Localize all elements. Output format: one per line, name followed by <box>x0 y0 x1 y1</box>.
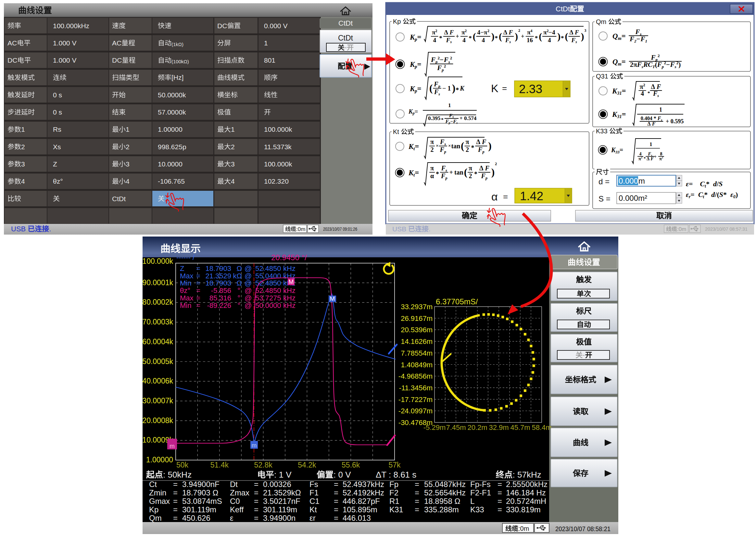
svg-text:1: 1 <box>126 125 129 133</box>
svg-text:π: π <box>430 164 434 172</box>
svg-text:100.000k: 100.000k <box>264 160 292 168</box>
svg-text:=: = <box>620 146 623 153</box>
svg-text:(: ( <box>499 31 502 42</box>
svg-text:Ct: Ct <box>149 480 157 488</box>
svg-text:2.33: 2.33 <box>519 83 542 96</box>
svg-text:K: K <box>408 143 414 151</box>
svg-text:21.3529: 21.3529 <box>205 272 231 280</box>
svg-text:11.5373k: 11.5373k <box>264 143 292 151</box>
svg-text:F: F <box>651 53 656 61</box>
svg-text:33.2937m: 33.2937m <box>401 303 433 311</box>
svg-text:USB: USB <box>392 225 406 233</box>
svg-text:p: p <box>482 150 484 154</box>
svg-text:*: * <box>495 35 498 42</box>
svg-text:F: F <box>445 119 449 124</box>
svg-text:−: − <box>636 35 640 43</box>
svg-text:58.4m: 58.4m <box>532 423 552 431</box>
svg-text:18.7903: 18.7903 <box>205 264 231 273</box>
svg-text:s: s <box>456 121 458 124</box>
svg-text:100.000k: 100.000k <box>142 257 173 265</box>
svg-text:801: 801 <box>264 56 275 64</box>
svg-text:s: s <box>575 40 577 44</box>
svg-text:20.2m: 20.2m <box>467 423 487 431</box>
svg-text:Fs: Fs <box>309 480 318 488</box>
svg-text:F: F <box>439 146 444 153</box>
svg-text:tan: tan <box>451 143 460 150</box>
svg-text:52.4850: 52.4850 <box>255 279 281 287</box>
svg-text:4: 4 <box>21 178 25 185</box>
svg-text:50.0000k: 50.0000k <box>158 91 186 99</box>
svg-text:Zmin: Zmin <box>149 488 166 497</box>
svg-text:=: = <box>173 514 178 522</box>
svg-text:55.0487kHz: 55.0487kHz <box>424 480 466 488</box>
svg-text:kHz: kHz <box>283 264 296 273</box>
svg-text:100.000k: 100.000k <box>264 125 292 133</box>
svg-text:=: = <box>196 301 200 310</box>
svg-text:=: = <box>415 169 419 177</box>
svg-text:F: F <box>449 113 452 118</box>
svg-text:3.94900nF: 3.94900nF <box>182 480 220 488</box>
svg-text:0.000: 0.000 <box>619 177 638 185</box>
svg-text:: 1 V: : 1 V <box>274 470 292 480</box>
svg-text:ε: ε <box>230 514 234 522</box>
svg-text:Q: Q <box>612 32 618 40</box>
svg-text:=: = <box>415 505 419 514</box>
svg-text:K: K <box>410 85 415 93</box>
svg-text:Qm: Qm <box>596 18 606 25</box>
svg-text:2: 2 <box>662 156 663 159</box>
svg-text:F: F <box>441 172 446 180</box>
svg-text:F: F <box>657 116 661 121</box>
svg-text:Xs: Xs <box>53 143 61 151</box>
svg-text:2: 2 <box>444 64 446 68</box>
svg-text:Δ: Δ <box>444 29 448 36</box>
svg-text:°: ° <box>237 301 240 310</box>
svg-text:): ) <box>678 61 681 68</box>
svg-text:52.5654kHz: 52.5654kHz <box>424 488 466 497</box>
svg-text:− 1: − 1 <box>442 85 451 92</box>
svg-text:2: 2 <box>231 143 235 151</box>
svg-text:=: = <box>196 294 200 302</box>
svg-text:20.5724mH: 20.5724mH <box>506 497 546 506</box>
svg-text:3: 3 <box>231 160 235 168</box>
svg-text:-5.29m: -5.29m <box>423 423 446 431</box>
svg-text:4: 4 <box>482 37 485 44</box>
svg-text:-24.0997m: -24.0997m <box>398 407 433 415</box>
svg-text:α: α <box>430 172 434 180</box>
svg-text:=: = <box>254 514 259 522</box>
svg-text:m: m <box>618 36 622 41</box>
svg-text:1: 1 <box>264 39 268 47</box>
svg-text:F1: F1 <box>309 488 319 497</box>
svg-text:=: = <box>417 85 421 93</box>
svg-text:2: 2 <box>431 146 434 153</box>
svg-text:*: * <box>469 35 472 42</box>
svg-text:F: F <box>571 37 576 44</box>
svg-text:F: F <box>648 151 651 156</box>
svg-text:K33: K33 <box>596 127 608 135</box>
svg-text:@: @ <box>244 279 252 287</box>
svg-text:@: @ <box>244 286 252 295</box>
svg-text:*: * <box>561 35 564 42</box>
svg-text:1.00000: 1.00000 <box>158 125 183 133</box>
svg-text:Kt: Kt <box>309 505 317 514</box>
svg-text:21.3529kΩ: 21.3529kΩ <box>263 488 301 497</box>
svg-text:Kp: Kp <box>393 18 401 25</box>
svg-text:=: = <box>497 497 502 506</box>
svg-text:K31: K31 <box>389 505 403 514</box>
svg-text:18.8958 Ω: 18.8958 Ω <box>424 497 460 506</box>
svg-text:F: F <box>670 61 675 68</box>
svg-text:3.94900n: 3.94900n <box>263 514 296 522</box>
svg-text:-11.3456m: -11.3456m <box>399 384 433 392</box>
svg-text:M: M <box>330 295 335 302</box>
svg-text:F: F <box>652 121 656 126</box>
svg-text:2023/10/07 08:58:21: 2023/10/07 08:58:21 <box>555 525 611 532</box>
svg-text:1.000 V: 1.000 V <box>53 39 76 47</box>
svg-text:K: K <box>408 169 414 177</box>
svg-text:F: F <box>437 64 442 72</box>
svg-text:F: F <box>657 61 662 68</box>
svg-text:m: m <box>638 177 645 185</box>
svg-text:K: K <box>410 60 415 68</box>
svg-text:4: 4 <box>231 178 235 185</box>
svg-text:2: 2 <box>487 29 489 33</box>
svg-text:@: @ <box>244 272 252 280</box>
svg-text:π: π <box>430 138 434 145</box>
